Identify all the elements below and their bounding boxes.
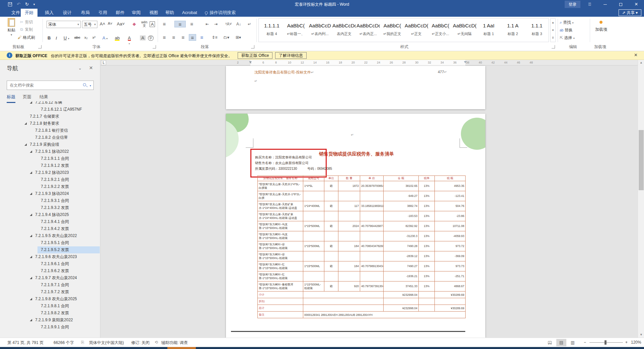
expand-arrow-icon[interactable] (30, 150, 32, 153)
ribbon-tab-审阅[interactable]: 审阅 (128, 9, 145, 17)
expand-arrow-icon[interactable] (30, 319, 32, 321)
search-input[interactable] (10, 82, 77, 88)
add-ins-button[interactable]: 加载项 (592, 27, 611, 32)
clipboard-dialog-launcher-icon[interactable] (38, 45, 42, 48)
nav-tree-item[interactable]: 7.2.1.9.3.2 发票 (0, 204, 100, 211)
ribbon-tab-视图[interactable]: 视图 (145, 9, 162, 17)
style-item-标题4[interactable]: 1.1.1.1标题 4 (260, 20, 284, 41)
distribute-icon[interactable] (198, 34, 206, 41)
nav-tree-item[interactable]: 7.2.1.9.6.1 合同 (0, 260, 100, 267)
strikethrough-button[interactable]: abc (74, 35, 80, 39)
nav-search-box[interactable]: ▾ (7, 81, 94, 90)
paragraph-dialog-launcher-icon[interactable] (251, 45, 254, 48)
sign-in-button[interactable]: 登录 (565, 1, 580, 8)
ribbon-tab-开始[interactable]: 开始 (21, 9, 37, 17)
nav-tree-item[interactable]: 7.2.1.9 采购业绩 (0, 141, 100, 148)
nav-close-icon[interactable]: ✕ (89, 65, 93, 71)
nav-tree-item[interactable]: 7.2.1.8.1 银行资信 (0, 127, 100, 134)
replace-button[interactable]: ab 替换 (560, 27, 572, 33)
style-item-表内正文[interactable]: AaBbCcDdI表内正文 (332, 20, 356, 41)
nav-tree-item[interactable]: 7.2.1.9.7 农夫山泉2024 (0, 274, 100, 281)
print-layout-icon[interactable]: ▤ (556, 339, 566, 346)
align-left-icon[interactable] (161, 34, 168, 41)
nav-tree-item[interactable]: 7.2.1.9.9.1 合同 (0, 324, 100, 331)
nav-tree-item[interactable]: 7.2.1.9.3.1 合同 (0, 197, 100, 204)
justify-icon[interactable] (189, 34, 196, 41)
zoom-percentage[interactable]: 120% (631, 340, 641, 345)
nav-tree-item[interactable]: 7.2.1.9.8 农夫山泉2025 (0, 296, 100, 303)
expand-arrow-icon[interactable] (24, 143, 27, 146)
expand-arrow-icon[interactable] (30, 214, 32, 216)
minimize-button[interactable] (598, 0, 613, 9)
numbering-icon[interactable] (174, 21, 186, 27)
nav-tree-item[interactable]: 7.2.1.6.12.1 辽A957NF (0, 106, 100, 113)
increase-indent-icon[interactable]: ⇥ (212, 21, 220, 27)
italic-button[interactable]: I (56, 35, 57, 41)
nav-tree-item[interactable]: 7.2.1.9.6 农夫山泉2023 (0, 253, 100, 260)
clear-formatting-icon[interactable]: ◆ (133, 21, 136, 26)
style-item-正文小[interactable]: AaBbC(↵正文小... (429, 20, 452, 41)
phonetic-guide-icon[interactable]: wén文 (141, 21, 147, 27)
shading-icon[interactable]: 🗀▾ (222, 34, 231, 41)
copy-button[interactable]: ⧉ 复制 (19, 27, 33, 32)
highlight-color-icon[interactable]: ab (115, 35, 119, 41)
nav-tree-item[interactable]: 7.2.1.8 财务要求 (0, 120, 100, 127)
format-painter-button[interactable]: 🖌 格式刷 (17, 35, 35, 40)
close-button[interactable]: ✕ (629, 0, 644, 9)
nav-tree-item[interactable]: 7.2.1.9.4.1 合同 (0, 218, 100, 225)
tab-selector[interactable]: L (101, 60, 106, 65)
nav-tree-item[interactable]: 7.2.1.9.5.2 发票 (0, 246, 100, 253)
search-dropdown-icon[interactable]: ▾ (90, 84, 91, 87)
vertical-scrollbar[interactable]: ▲ ▼ (638, 60, 644, 338)
expand-arrow-icon[interactable] (24, 122, 27, 125)
nav-tree-item[interactable]: 7.2.1.6.12 车辆 (0, 101, 100, 106)
nav-tree-item[interactable]: 7.2.1.7 仓储要求 (0, 113, 100, 120)
expand-arrow-icon[interactable] (30, 235, 32, 237)
underline-button[interactable]: U ▾ (64, 35, 69, 40)
learn-more-button[interactable]: 了解详细信息 (275, 52, 307, 59)
nav-collapse-icon[interactable]: ⌄ (78, 66, 82, 71)
nav-tree-item[interactable]: 7.2.1.9.5.1 合同 (0, 239, 100, 246)
subscript-button[interactable]: x₂ (84, 35, 88, 39)
style-item-表内正[interactable]: AaBbCcDdE↵表内正... (356, 20, 380, 41)
zoom-slider-thumb[interactable] (605, 340, 607, 345)
nav-tree-item[interactable]: 7.2.1.9.1.1 合同 (0, 155, 100, 162)
asian-layout-icon[interactable]: ˣA˅ (224, 21, 234, 27)
nav-tree-item[interactable]: 7.2.1.9.8.2 发票 (0, 310, 100, 317)
nav-tab-结果[interactable]: 结果 (39, 94, 48, 100)
nav-tree-item[interactable]: 7.2.1.9.2.2 发票 (0, 183, 100, 190)
style-item-正文[interactable]: AaBbCcD(↵正文 (405, 20, 428, 41)
nav-tab-页面[interactable]: 页面 (23, 94, 31, 100)
nav-tree-item[interactable]: 7.2.1.9.6.2 发票 (0, 267, 100, 274)
nav-tree-item[interactable]: 7.2.1.9.1 脉动2022 (0, 148, 100, 155)
expand-arrow-icon[interactable] (30, 171, 32, 174)
scroll-up-icon[interactable]: ▲ (638, 60, 644, 66)
font-name-combo[interactable]: 宋体▾ (47, 21, 81, 28)
font-size-combo[interactable]: 五号▾ (82, 21, 97, 28)
ribbon-tab-引用[interactable]: 引用 (94, 9, 111, 17)
get-genuine-office-button[interactable]: 获取正版 Office (238, 52, 272, 59)
paste-button[interactable]: 粘贴▾ (4, 18, 19, 36)
expand-arrow-icon[interactable] (30, 101, 32, 104)
nav-tree-item[interactable]: 7.2.1.8.2 企业信誉 (0, 134, 100, 141)
shrink-font-icon[interactable]: A˅ (108, 21, 112, 25)
track-changes-indicator[interactable]: 修订: 关闭 (131, 340, 150, 346)
message-bar-close-icon[interactable]: ✕ (634, 52, 638, 57)
gallery-down-icon[interactable]: ▼ (551, 26, 555, 34)
ribbon-tab-设计[interactable]: 设计 (59, 9, 76, 17)
word-count[interactable]: 66266 个字 (54, 340, 74, 346)
font-dialog-launcher-icon[interactable] (153, 45, 156, 48)
superscript-button[interactable]: x² (92, 35, 95, 39)
ribbon-tab-帮助[interactable]: 帮助 (161, 9, 178, 17)
text-effects-icon[interactable]: A ▾ (102, 35, 108, 40)
nav-tree-item[interactable]: 7.2.1.9.4 脉动2025 (0, 211, 100, 218)
select-button[interactable]: ⇱ 选择 ▾ (560, 35, 575, 41)
style-item-表内列[interactable]: AaBbCcD↵表内列... (308, 20, 332, 41)
style-item-标题1[interactable]: 1 AaI标题 1 (477, 20, 500, 41)
gallery-up-icon[interactable]: ▲ (551, 19, 555, 26)
accessibility-indicator[interactable]: 辅助功能: 调查 (161, 340, 188, 346)
styles-dialog-launcher-icon[interactable] (552, 45, 555, 48)
read-mode-icon[interactable]: 🕮 (545, 339, 555, 346)
share-button[interactable]: ⇗ 共享 ▾ (619, 9, 641, 16)
zoom-out-icon[interactable]: − (584, 340, 586, 345)
